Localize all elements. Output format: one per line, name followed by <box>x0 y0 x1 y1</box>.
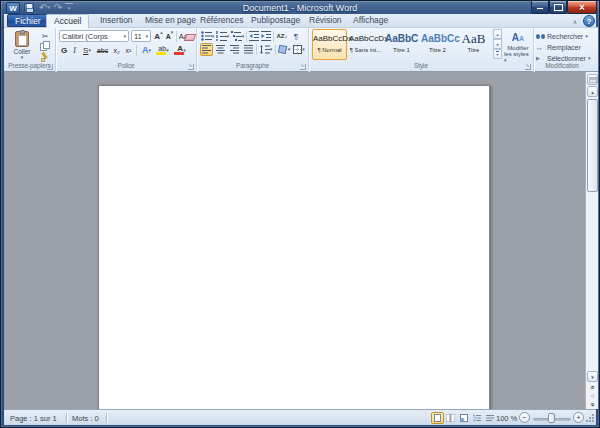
font-color-bar <box>174 52 184 55</box>
print-layout-view-button[interactable] <box>431 412 444 424</box>
align-right-icon <box>230 45 239 54</box>
font-dialog-launcher[interactable] <box>188 64 194 70</box>
font-family-combo[interactable]: Calibri (Corps▾ <box>59 30 129 42</box>
document-page[interactable] <box>98 85 490 409</box>
zoom-in-button[interactable]: + <box>573 412 584 423</box>
minimize-button[interactable] <box>531 1 549 14</box>
subscript-button[interactable]: x₂ <box>111 44 122 56</box>
ribbon: Coller ▾ ✂ Presse-papiers Calibri (Corps… <box>4 27 598 72</box>
help-icon: ? <box>587 17 592 26</box>
highlight-button[interactable]: ab▾ <box>155 44 172 56</box>
close-button[interactable]: × <box>567 1 597 14</box>
scrollbar-thumb[interactable] <box>587 99 598 192</box>
minimize-ribbon-button[interactable]: ∧ <box>570 16 580 26</box>
style-titre-2[interactable]: AaBbCc Titre 2 <box>420 29 455 60</box>
style-sans-interligne[interactable]: AaBbCcDx ¶ Sans int... <box>348 29 383 60</box>
font-family-dropdown-icon: ▾ <box>123 34 126 39</box>
strikethrough-button[interactable]: abc <box>95 44 110 56</box>
undo-button[interactable]: ↶▾ <box>38 2 51 13</box>
copy-button[interactable] <box>37 41 53 52</box>
style-titre-1[interactable]: AaBbC Titre 1 <box>384 29 419 60</box>
select-browse-object-button[interactable]: ○ <box>587 392 598 400</box>
zoom-slider-thumb[interactable] <box>548 413 555 423</box>
save-button[interactable] <box>24 3 34 13</box>
draft-icon <box>486 414 494 422</box>
underline-button[interactable]: S▾ <box>80 44 94 56</box>
justify-button[interactable] <box>242 43 255 56</box>
view-ruler-button[interactable] <box>587 74 598 85</box>
text-effects-button[interactable]: A▾ <box>139 44 154 56</box>
font-color-button[interactable]: A▾ <box>173 44 190 56</box>
resize-grip[interactable] <box>592 414 594 416</box>
draft-view-button[interactable] <box>483 412 496 424</box>
group-label-editing: Modification <box>534 62 590 69</box>
word-logo-icon[interactable]: W <box>6 2 20 14</box>
increase-indent-button[interactable] <box>260 30 272 42</box>
scissors-icon: ✂ <box>42 32 49 41</box>
tab-insertion[interactable]: Insertion <box>93 14 140 27</box>
font-size-dropdown-icon: ▾ <box>145 34 148 39</box>
align-center-button[interactable] <box>214 43 227 56</box>
show-hide-marks-button[interactable]: ¶ <box>290 30 302 42</box>
styles-scroll-up-button[interactable]: ▴ <box>493 29 502 39</box>
styles-dialog-launcher[interactable] <box>525 64 531 70</box>
outline-view-button[interactable] <box>470 412 483 424</box>
replace-button[interactable]: ↔ Remplacer <box>536 42 581 52</box>
tab-revision[interactable]: Révision <box>302 14 349 27</box>
tab-affichage[interactable]: Affichage <box>346 14 395 27</box>
web-layout-view-button[interactable] <box>457 412 470 424</box>
paste-button[interactable]: Coller ▾ <box>8 30 36 61</box>
borders-button[interactable]: ▾ <box>292 43 306 56</box>
paragraph-dialog-launcher[interactable] <box>300 64 306 70</box>
zoom-level-label[interactable]: 100 % <box>496 414 517 423</box>
word-window: Document1 - Microsoft Word W ↶▾ ↷ ▾ × Fi… <box>0 0 600 428</box>
collapse-ribbon-icon: ∧ <box>573 18 577 25</box>
previous-page-button[interactable]: « <box>587 383 598 392</box>
justify-icon <box>244 45 253 54</box>
align-left-button[interactable] <box>200 43 213 56</box>
style-normal[interactable]: AaBbCcDx ¶ Normal <box>312 29 347 60</box>
find-button[interactable]: Rechercher ▾ <box>536 31 588 41</box>
decrease-indent-button[interactable] <box>248 30 260 42</box>
cut-button[interactable]: ✂ <box>37 31 53 41</box>
bullets-button[interactable]: ▾ <box>200 30 215 42</box>
numbering-button[interactable]: ▾ <box>215 30 230 42</box>
zoom-out-button[interactable]: − <box>519 412 530 423</box>
styles-scroll-down-button[interactable]: ▾ <box>493 39 502 49</box>
group-label-styles: Style <box>309 62 533 69</box>
bullets-icon <box>201 31 212 41</box>
multilevel-list-button[interactable]: ▾ <box>230 30 245 42</box>
shrink-font-button[interactable]: A▾ <box>164 30 175 42</box>
sort-button[interactable]: AZ↓ <box>275 30 289 42</box>
page-count-status[interactable]: Page : 1 sur 1 <box>10 414 57 423</box>
tab-publipostage[interactable]: Publipostage <box>244 14 307 27</box>
superscript-button[interactable]: x² <box>123 44 134 56</box>
bold-button[interactable]: G <box>59 44 69 56</box>
font-size-combo[interactable]: 11▾ <box>131 30 151 42</box>
grow-font-button[interactable]: A▴ <box>153 30 164 42</box>
qat-customize-button[interactable]: ▾ <box>65 3 73 13</box>
scroll-down-button[interactable]: ▾ <box>587 371 598 382</box>
line-spacing-icon <box>260 45 270 54</box>
redo-button[interactable]: ↷ <box>53 2 63 13</box>
numbering-icon <box>216 31 227 41</box>
fullscreen-reading-view-button[interactable] <box>444 412 457 424</box>
styles-gallery-more-button[interactable]: ▾ <box>493 49 502 59</box>
clear-formatting-button[interactable] <box>184 31 196 43</box>
style-titre[interactable]: AaB Titre <box>456 29 491 60</box>
clipboard-dialog-launcher[interactable] <box>47 64 53 70</box>
help-button[interactable]: ? <box>583 15 595 27</box>
shading-button[interactable]: ▾ <box>277 43 291 56</box>
tab-references[interactable]: Références <box>193 14 250 27</box>
align-right-button[interactable] <box>228 43 241 56</box>
next-page-button[interactable]: « <box>587 400 598 409</box>
maximize-button[interactable] <box>549 1 567 14</box>
scroll-up-button[interactable]: ▴ <box>587 86 598 97</box>
line-spacing-button[interactable]: ▾ <box>258 43 274 56</box>
tab-fichier[interactable]: Fichier <box>7 14 49 27</box>
change-styles-button[interactable]: AA Modifier les styles ▾ <box>504 29 532 60</box>
word-count-status[interactable]: Mots : 0 <box>72 414 99 423</box>
minimize-icon <box>536 7 544 10</box>
tab-accueil[interactable]: Accueil <box>46 14 89 28</box>
italic-button[interactable]: I <box>70 44 79 56</box>
